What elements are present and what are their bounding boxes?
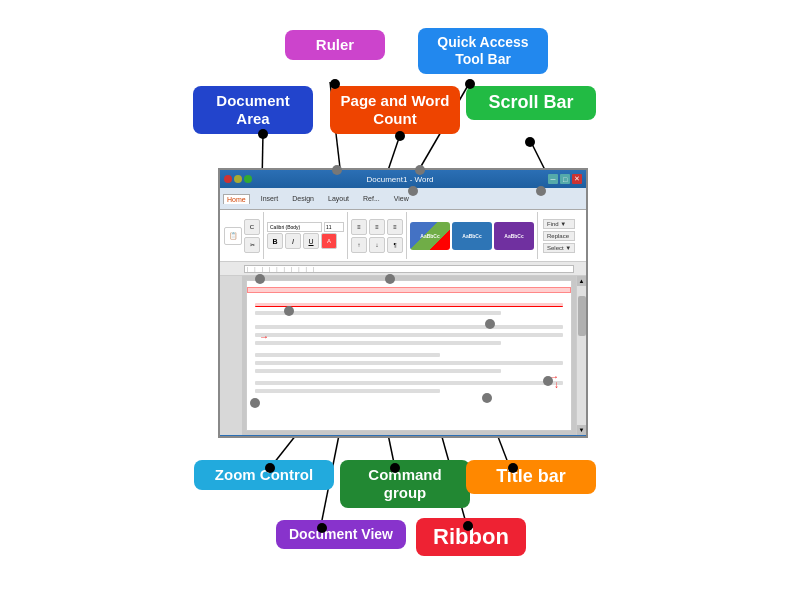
quick-access-label: Quick Access Tool Bar <box>418 28 548 74</box>
word-ruler: |||||||||| <box>220 262 586 276</box>
command-group-label: Command group <box>340 460 470 508</box>
document-area-label: Document Area <box>193 86 313 134</box>
word-statusbar: Page 1 of 1 0 words English (United Stat… <box>220 435 586 438</box>
word-window: Document1 - Word ─ □ ✕ Home Insert Desig… <box>218 168 588 438</box>
ruler-label: Ruler <box>285 30 385 60</box>
title-bar-label: Title bar <box>466 460 596 494</box>
word-ribbon-tabs: Home Insert Design Layout Ref... View <box>220 188 586 210</box>
document-view-label: Document View <box>276 520 406 549</box>
word-scrollbar-right: ▲ ▼ <box>576 276 586 435</box>
page-word-count-label: Page and Word Count <box>330 86 460 134</box>
word-body: → → ↓ ▲ ▼ <box>220 276 586 435</box>
word-titlebar: Document1 - Word ─ □ ✕ <box>220 170 586 188</box>
word-toolbar: 📋 C ✂ Calibri (Body) 11 B I U A <box>220 210 586 262</box>
scroll-bar-label: Scroll Bar <box>466 86 596 120</box>
zoom-control-label: Zoom Control <box>194 460 334 490</box>
